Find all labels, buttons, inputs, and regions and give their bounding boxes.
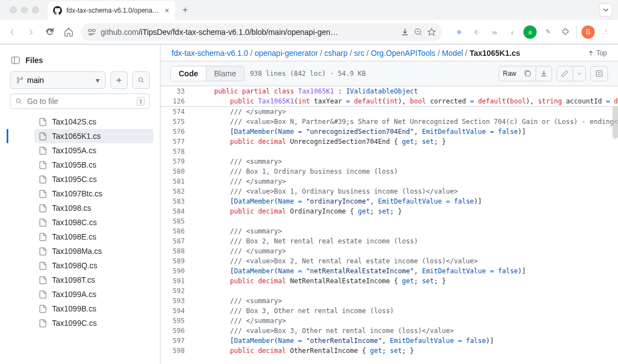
breadcrumb-link[interactable]: Model: [442, 49, 463, 58]
code-view[interactable]: 33 public partial class Tax1065K1 : IVal…: [160, 86, 618, 364]
scroll-to-top[interactable]: Top: [588, 49, 607, 57]
site-settings-icon[interactable]: [87, 28, 96, 37]
code-line[interactable]: 590 [DataMember(Name = "netRentalRealEst…: [160, 266, 618, 276]
code-line[interactable]: 33 public partial class Tax1065K1 : IVal…: [160, 86, 618, 96]
file-tree-item[interactable]: Tax1097Btc.cs: [34, 186, 153, 201]
sidebar-toggle-icon[interactable]: [11, 56, 20, 65]
menu-icon[interactable]: ⋮: [599, 25, 612, 39]
code-line[interactable]: 578: [160, 147, 618, 157]
breadcrumb-link[interactable]: fdx-tax-schema-v6.1.0: [172, 49, 248, 58]
ext-icon-s[interactable]: s: [506, 25, 519, 39]
file-tree-item[interactable]: Tax1099C.cs: [34, 316, 153, 330]
edit-button[interactable]: [557, 66, 573, 81]
line-number: 589: [160, 256, 193, 266]
code-line[interactable]: 595 /// </summary>: [160, 316, 618, 326]
symbols-icon: [595, 70, 603, 77]
line-number: 592: [160, 286, 193, 296]
code-line[interactable]: 596 /// <value>Box 3, Other net rental i…: [160, 326, 618, 336]
code-line[interactable]: 589 /// <value>Box 2, Net rental real es…: [160, 256, 618, 266]
code-line[interactable]: 598 public decimal OtherRentalIncome { g…: [160, 346, 618, 356]
raw-button[interactable]: Raw: [499, 66, 520, 81]
breadcrumb-link[interactable]: src: [354, 49, 365, 58]
close-icon[interactable]: ×: [165, 6, 169, 15]
breadcrumb-link[interactable]: csharp: [324, 49, 347, 58]
file-tree-item[interactable]: Tax1095C.cs: [34, 172, 153, 186]
add-file-button[interactable]: [110, 71, 128, 89]
edit-dropdown[interactable]: [573, 66, 585, 81]
code-line[interactable]: 575 /// <value>Box N, Partner&#39;s Shar…: [160, 117, 618, 127]
profile-dropdown[interactable]: [599, 3, 612, 17]
code-line[interactable]: 574 /// </summary>: [160, 107, 618, 117]
search-button[interactable]: [132, 71, 150, 89]
ext-icon-m[interactable]: m: [488, 25, 501, 39]
download-icon[interactable]: [401, 28, 409, 37]
svg-rect-9: [526, 72, 531, 76]
file-tree-item[interactable]: Tax1098E.cs: [34, 230, 153, 244]
code-line[interactable]: 580 /// Box 1, Ordinary business income …: [160, 167, 618, 176]
code-line[interactable]: 597 [DataMember(Name = "otherRentalIncom…: [160, 336, 618, 346]
reload-button[interactable]: [43, 25, 56, 39]
file-tree-item[interactable]: Tax1042S.cs: [34, 115, 153, 129]
file-icon: [39, 175, 48, 184]
line-number: 580: [160, 167, 193, 176]
tab-title: fdx-tax-schema-v6.1.0/opena…: [66, 7, 160, 14]
branch-selector[interactable]: main ▾: [10, 71, 106, 89]
code-line[interactable]: 584 public decimal OrdinaryIncome { get;…: [160, 206, 618, 216]
code-line[interactable]: 592: [160, 286, 618, 296]
file-tree-item[interactable]: Tax1095B.cs: [34, 158, 153, 172]
ext-icon-a[interactable]: a: [523, 25, 537, 39]
code-line[interactable]: 594 /// Box 3, Other net rental income (…: [160, 306, 618, 316]
file-tree-item[interactable]: Tax1099B.cs: [34, 301, 153, 316]
code-line[interactable]: 582 /// <value>Box 1, Ordinary business …: [160, 186, 618, 196]
code-line[interactable]: 585: [160, 216, 618, 226]
file-tree-item[interactable]: Tax1098T.cs: [34, 273, 153, 287]
profile-avatar[interactable]: B: [581, 25, 595, 39]
ext-icon-2[interactable]: ◐: [470, 25, 484, 39]
file-tree-item[interactable]: Tax1065K1.cs: [34, 129, 153, 143]
code-line[interactable]: 586 /// <summary>: [160, 226, 618, 236]
line-content: [DataMember(Name = "netRentalRealEstateI…: [193, 266, 526, 276]
code-line[interactable]: 579 /// <summary>: [160, 157, 618, 167]
copy-button[interactable]: [520, 66, 536, 81]
symbols-button[interactable]: [590, 66, 608, 81]
breadcrumb-link[interactable]: openapi-generator: [255, 49, 318, 58]
file-tree-item[interactable]: Tax1098C.cs: [34, 215, 153, 230]
code-line[interactable]: 587 /// Box 2, Net rental real estate in…: [160, 236, 618, 246]
go-to-file-input[interactable]: t: [10, 93, 150, 109]
ext-icon-edit[interactable]: ✎: [541, 25, 554, 39]
code-tab[interactable]: Code: [171, 66, 206, 81]
zoom-icon[interactable]: [414, 28, 423, 37]
code-line[interactable]: 591 public decimal NetRentalRealEstateIn…: [160, 276, 618, 286]
file-icon: [39, 218, 48, 227]
code-line[interactable]: 583 [DataMember(Name = "ordinaryIncome",…: [160, 196, 618, 206]
file-tree[interactable]: Tax1042S.csTax1065K1.csTax1095A.csTax109…: [7, 115, 153, 364]
file-tree-item[interactable]: Tax1098Q.cs: [34, 258, 153, 273]
browser-tab[interactable]: fdx-tax-schema-v6.1.0/opena… ×: [48, 1, 175, 20]
code-line[interactable]: 588 /// </summary>: [160, 246, 618, 256]
file-tree-item[interactable]: Tax1098Ma.cs: [34, 244, 153, 258]
line-number: 585: [160, 216, 193, 226]
file-tree-item[interactable]: Tax1095A.cs: [34, 143, 153, 158]
extensions-icon[interactable]: [559, 25, 572, 39]
blame-tab[interactable]: Blame: [206, 66, 244, 81]
code-line[interactable]: 581 /// </summary>: [160, 176, 618, 186]
back-button[interactable]: [6, 25, 19, 39]
file-label: Tax1099A.cs: [52, 290, 96, 299]
new-tab-button[interactable]: +: [178, 3, 192, 17]
bookmark-icon[interactable]: [427, 28, 436, 37]
breadcrumb-link[interactable]: Org.OpenAPITools: [371, 49, 435, 58]
file-meta: 938 lines (842 loc) · 54.9 KB: [250, 70, 366, 77]
file-tree-item[interactable]: Tax1099A.cs: [34, 287, 153, 301]
go-to-file-field[interactable]: [27, 97, 132, 106]
address-bar[interactable]: github.com/iTipsDev/fdx-tax-schema-v6.1.…: [81, 23, 443, 41]
file-tree-item[interactable]: Tax1098.cs: [34, 201, 153, 215]
code-line[interactable]: 576 [DataMember(Name = "unrecognizedSect…: [160, 127, 618, 137]
code-line[interactable]: 593 /// <summary>: [160, 296, 618, 306]
code-line[interactable]: 577 public decimal UnrecognizedSection70…: [160, 137, 618, 147]
ext-icon-1[interactable]: ◉: [453, 25, 466, 39]
home-button[interactable]: [62, 25, 75, 39]
forward-button[interactable]: [24, 25, 38, 39]
download-button[interactable]: [536, 66, 552, 81]
file-icon: [39, 261, 48, 270]
code-line[interactable]: 126 public Tax1065K1(int taxYear = defau…: [160, 96, 618, 106]
